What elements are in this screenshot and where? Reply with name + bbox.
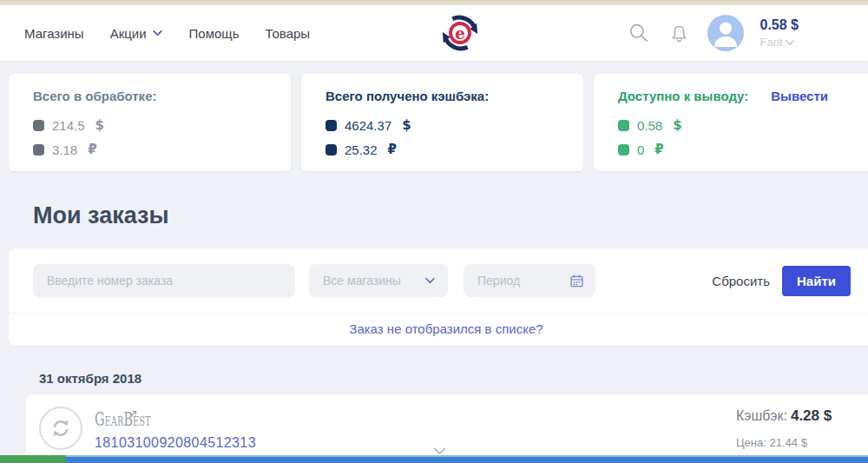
refresh-icon <box>49 417 72 440</box>
header-balance[interactable]: 0.58 $ <box>760 17 799 33</box>
bullet-icon <box>33 120 44 131</box>
amount-value: 0 <box>637 142 644 157</box>
avatar[interactable] <box>707 15 744 51</box>
bullet-icon <box>618 120 629 131</box>
shop-logo[interactable]: GearBest <box>95 410 151 429</box>
price-line: Цена: 21.44 $ <box>736 436 832 449</box>
avatar-icon <box>707 15 744 51</box>
price-label: Цена: <box>736 436 766 449</box>
amount-row: 0.58 $ <box>618 117 861 133</box>
cashback-label: Кэшбэк: <box>736 408 787 423</box>
date-group-header: 31 октября 2018 <box>39 371 868 386</box>
card-available-withdraw: Доступно к выводу: Вывести 0.58 $ 0 ₽ <box>594 74 868 171</box>
amount-row: 25.32 ₽ <box>326 142 559 157</box>
card-total-cashback: Всего получено кэшбэка: 4624.37 $ 25.32 … <box>301 74 583 171</box>
withdraw-button[interactable]: Вывести <box>771 89 828 103</box>
user-menu: 0.58 $ Farit <box>760 17 799 49</box>
shop-select-value: Все магазины <box>323 274 401 288</box>
svg-text:e: e <box>455 24 465 43</box>
calendar-icon <box>569 274 584 288</box>
chevron-down-icon <box>785 39 795 46</box>
chevron-down-icon <box>152 30 163 36</box>
search-icon[interactable] <box>628 22 651 45</box>
order-card: GearBest 18103100920804512313 Кэшбэк:4.2… <box>26 394 868 462</box>
header-right: 0.58 $ Farit <box>628 5 799 61</box>
order-amounts: Кэшбэк:4.28 $ Цена: 21.44 $ <box>736 407 832 449</box>
missing-order-row: Заказ не отобразился в списке? <box>9 313 868 346</box>
header: Магазины Акции Помощь Товары e <box>0 5 868 61</box>
nav-item-help[interactable]: Помощь <box>189 26 240 41</box>
nav-item-label: Помощь <box>189 26 240 41</box>
amount-value: 214.5 <box>52 118 85 133</box>
amount-value: 3.18 <box>52 142 77 157</box>
username-label: Farit <box>760 36 783 49</box>
amount-value: 4624.37 <box>345 118 391 133</box>
currency-sign: $ <box>95 117 104 133</box>
card-title: Всего получено кэшбэка: <box>326 89 559 103</box>
amount-row: 4624.37 $ <box>326 117 559 133</box>
card-processing: Всего в обработке: 214.5 $ 3.18 ₽ <box>9 74 291 171</box>
order-number-link[interactable]: 18103100920804512313 <box>95 435 256 451</box>
card-title: Всего в обработке: <box>33 89 266 103</box>
nav-item-goods[interactable]: Товары <box>266 26 311 41</box>
find-button[interactable]: Найти <box>782 266 851 296</box>
bullet-icon <box>618 144 629 155</box>
amount-row: 214.5 $ <box>33 117 266 133</box>
bullet-icon <box>33 144 44 155</box>
nav-item-label: Акции <box>110 26 147 41</box>
nav-item-label: Товары <box>266 26 311 41</box>
bullet-icon <box>326 120 337 131</box>
order-info: GearBest 18103100920804512313 <box>95 405 256 451</box>
orders-filter-panel: Все магазины Период Сбросить Найти Заказ… <box>9 248 868 346</box>
expand-order-chevron-icon[interactable] <box>432 443 447 459</box>
period-input[interactable]: Период <box>464 264 595 297</box>
amount-row: 0 ₽ <box>618 142 861 157</box>
period-placeholder: Период <box>477 274 520 288</box>
nav-item-promos[interactable]: Акции <box>110 26 163 41</box>
nav-item-label: Магазины <box>24 26 84 41</box>
page-title: Мои заказы <box>33 202 868 229</box>
order-status-circle <box>39 407 82 450</box>
currency-sign: ₽ <box>654 142 663 157</box>
currency-sign: $ <box>402 117 411 133</box>
reset-button[interactable]: Сбросить <box>712 274 770 288</box>
bell-icon[interactable] <box>667 22 691 45</box>
site-logo-icon[interactable]: e <box>440 13 480 53</box>
main-nav: Магазины Акции Помощь Товары <box>24 26 310 41</box>
user-dropdown[interactable]: Farit <box>760 36 799 49</box>
amount-row: 3.18 ₽ <box>33 142 266 157</box>
cashback-value: 4.28 $ <box>791 407 832 424</box>
amount-value: 25.32 <box>345 142 378 157</box>
filter-row: Все магазины Период Сбросить Найти <box>9 248 868 313</box>
strip-blue-segment <box>66 455 868 463</box>
order-number-input[interactable] <box>33 264 295 297</box>
summary-cards-row: Всего в обработке: 214.5 $ 3.18 ₽ Всего … <box>0 61 868 171</box>
currency-sign: $ <box>673 117 681 133</box>
shop-select[interactable]: Все магазины <box>309 264 448 297</box>
missing-order-link[interactable]: Заказ не отобразился в списке? <box>349 321 542 336</box>
cashback-line: Кэшбэк:4.28 $ <box>736 407 832 425</box>
currency-sign: ₽ <box>88 142 96 157</box>
bullet-icon <box>326 144 337 155</box>
nav-item-shops[interactable]: Магазины <box>24 26 84 41</box>
card-title: Доступно к выводу: <box>618 89 748 103</box>
chevron-down-icon <box>424 277 436 284</box>
strip-green-segment <box>0 455 66 463</box>
amount-value: 0.58 <box>637 118 662 133</box>
price-value: 21.44 $ <box>770 436 807 449</box>
currency-sign: ₽ <box>388 142 397 157</box>
